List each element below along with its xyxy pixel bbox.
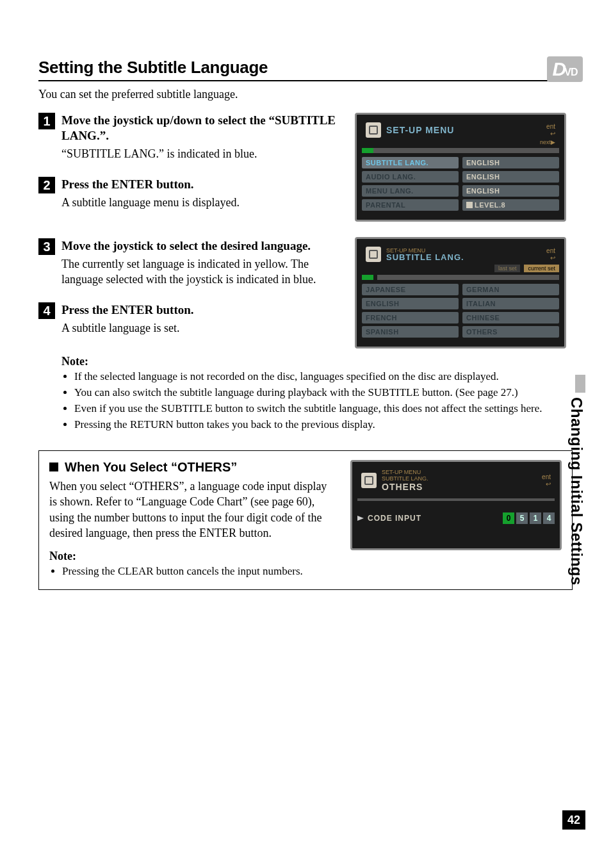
step-number: 1 (38, 113, 55, 129)
progress-bar (362, 148, 559, 153)
menu-row-label: AUDIO LANG. (362, 171, 459, 183)
code-input-label: CODE INPUT (368, 514, 503, 523)
section-heading-bar: Setting the Subtitle Language (38, 58, 573, 81)
dvd-badge-vd: VD (564, 67, 577, 78)
menu-row-label: PARENTAL (362, 199, 459, 211)
dvd-badge: DVD (547, 56, 583, 82)
menu-row-value: LEVEL.8 (462, 199, 559, 211)
step-1: 1 Move the joystick up/down to select th… (38, 113, 339, 161)
note-item: Pressing the RETURN button takes you bac… (74, 418, 553, 432)
step-text: A subtitle language menu is displayed. (61, 195, 339, 210)
pencil-icon (357, 516, 364, 521)
step-text: The currently set language is indicated … (61, 256, 339, 288)
note-block: Note: If the selected language is not re… (61, 355, 553, 432)
exit-icon: ent↩ (546, 247, 555, 261)
step-title: Press the ENTER button. (61, 177, 339, 192)
note-item: Pressing the CLEAR button cancels the in… (62, 564, 335, 579)
osd-title: SUBTITLE LANG. (386, 252, 541, 262)
lang-row: JAPANESE GERMAN (362, 284, 559, 295)
exit-icon: ent↩ (542, 473, 551, 487)
lang-option: ITALIAN (462, 298, 559, 309)
step-number: 3 (38, 238, 55, 255)
lang-option: CHINESE (462, 312, 559, 323)
menu-icon (366, 247, 381, 262)
lang-option: SPANISH (362, 326, 459, 338)
menu-row: AUDIO LANG. ENGLISH (362, 171, 559, 183)
step-text: A subtitle language is set. (61, 320, 339, 336)
lang-row: ENGLISH ITALIAN (362, 298, 559, 309)
menu-row-value: ENGLISH (462, 157, 559, 168)
osd-setup-menu: SET-UP MENU ent↩ next▶ SUBTITLE LANG. EN… (355, 113, 566, 222)
note-label: Note: (49, 550, 335, 563)
menu-row: MENU LANG. ENGLISH (362, 185, 559, 197)
note-label: Note: (61, 355, 553, 368)
osd-subtitle-lang: SET-UP MENU SUBTITLE LANG. ent↩ last set… (355, 237, 566, 348)
menu-row-value: ENGLISH (462, 185, 559, 197)
step-title: Move the joystick to select the desired … (61, 238, 339, 254)
section-heading: Setting the Subtitle Language (38, 58, 573, 80)
side-section-label: Changing Initial Settings (567, 397, 585, 585)
panel-text: When you select “OTHERS”, a language cod… (49, 479, 335, 541)
exit-icon: ent↩ (546, 123, 555, 137)
page-number: 42 (562, 810, 585, 830)
code-digits: 0 5 1 4 (503, 512, 555, 524)
intro-text: You can set the preferred subtitle langu… (38, 88, 573, 101)
others-panel: When You Select “OTHERS” When you select… (38, 450, 573, 590)
menu-row-label: MENU LANG. (362, 185, 459, 197)
step-4: 4 Press the ENTER button. A subtitle lan… (38, 302, 339, 336)
code-digit: 0 (503, 512, 514, 524)
divider (357, 498, 555, 501)
code-digit: 4 (543, 512, 555, 524)
progress-segment (362, 275, 373, 280)
osd-tabs: last set current set (362, 265, 559, 272)
code-digit: 5 (516, 512, 528, 524)
menu-icon (366, 122, 381, 138)
lang-option: ENGLISH (362, 298, 459, 309)
step-2: 2 Press the ENTER button. A subtitle lan… (38, 177, 339, 210)
osd-nav-hint: next▶ (362, 139, 559, 145)
menu-row-value: ENGLISH (462, 171, 559, 183)
tab-last-set: last set (494, 265, 521, 272)
step-3: 3 Move the joystick to select the desire… (38, 238, 339, 287)
lock-icon (466, 202, 473, 208)
note-item: You can also switch the subtitle languag… (74, 386, 553, 400)
tab-current-set: current set (524, 265, 559, 272)
step-title: Press the ENTER button. (61, 302, 339, 318)
lang-row: FRENCH CHINESE (362, 312, 559, 323)
menu-row: SUBTITLE LANG. ENGLISH (362, 157, 559, 168)
panel-note-block: Note: Pressing the CLEAR button cancels … (49, 550, 335, 579)
menu-row: PARENTAL LEVEL.8 (362, 199, 559, 211)
side-tab (575, 375, 585, 393)
note-item: Even if you use the SUBTITLE button to s… (74, 402, 553, 416)
panel-heading: When You Select “OTHERS” (65, 460, 237, 475)
lang-row: SPANISH OTHERS (362, 326, 559, 338)
menu-icon (361, 473, 377, 488)
osd-title: OTHERS (382, 482, 537, 492)
menu-row-label: SUBTITLE LANG. (362, 157, 459, 168)
step-number: 4 (38, 302, 55, 319)
code-digit: 1 (530, 512, 541, 524)
lang-option: OTHERS (462, 326, 559, 338)
osd-others-input: SET-UP MENU SUBTITLE LANG. OTHERS ent↩ C… (350, 460, 562, 550)
lang-option: FRENCH (362, 312, 459, 323)
step-number: 2 (38, 177, 55, 193)
step-title: Move the joystick up/down to select the … (61, 113, 339, 143)
lang-option: GERMAN (462, 284, 559, 295)
lang-option: JAPANESE (362, 284, 459, 295)
dvd-badge-d: D (553, 58, 566, 80)
note-item: If the selected language is not recorded… (74, 370, 553, 384)
step-text: “SUBTITLE LANG.” is indicated in blue. (61, 146, 339, 161)
note-list: If the selected language is not recorded… (61, 370, 553, 432)
osd-title: SET-UP MENU (386, 125, 541, 135)
bullet-square-icon (49, 463, 58, 471)
